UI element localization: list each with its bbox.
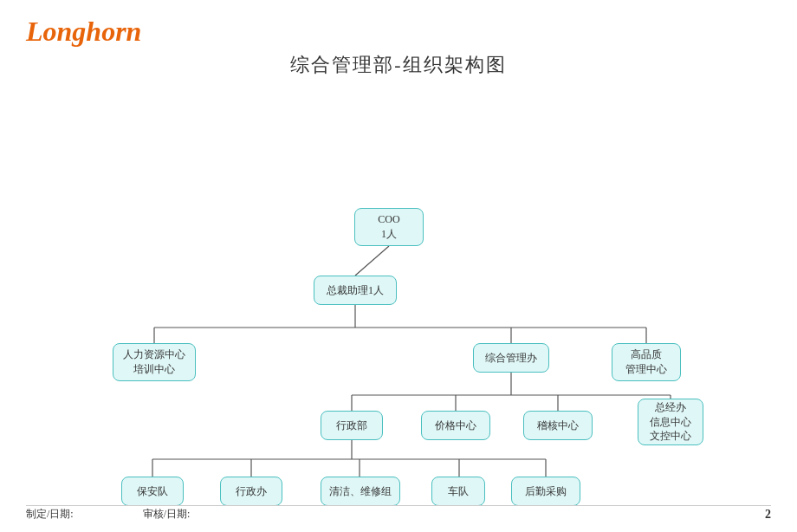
node-security-label: 保安队 — [137, 484, 168, 499]
bottom-divider — [26, 505, 771, 506]
made-label: 制定/日期: — [26, 507, 74, 522]
node-cleaning-label: 清洁、维修组 — [329, 484, 392, 499]
node-coo-label: COO1人 — [378, 212, 399, 242]
svg-line-0 — [355, 246, 389, 276]
node-quality: 高品质管理中心 — [612, 343, 681, 381]
page-title: 综合管理部-组织架构图 — [0, 52, 797, 78]
node-office: 总经办信息中心文控中心 — [638, 399, 703, 445]
footer: 制定/日期: 审核/日期: — [26, 507, 771, 522]
review-label: 审核/日期: — [143, 507, 191, 522]
node-fleet-label: 车队 — [448, 484, 469, 499]
node-assistant: 总裁助理1人 — [314, 276, 397, 305]
node-general-label: 综合管理办 — [485, 351, 537, 366]
page-number: 2 — [765, 508, 771, 522]
node-hr: 人力资源中心培训中心 — [113, 343, 196, 381]
org-chart: COO1人 总裁助理1人 人力资源中心培训中心 综合管理办 高品质管理中心 行政… — [0, 87, 797, 497]
node-admin-label: 行政部 — [336, 418, 367, 433]
node-assistant-label: 总裁助理1人 — [327, 283, 384, 298]
node-price: 价格中心 — [421, 411, 490, 440]
node-price-label: 价格中心 — [435, 418, 476, 433]
node-cleaning: 清洁、维修组 — [321, 477, 400, 506]
node-quality-label: 高品质管理中心 — [625, 347, 667, 377]
node-adminoffice-label: 行政办 — [236, 484, 267, 499]
node-audit-label: 稽核中心 — [537, 418, 579, 433]
node-office-label: 总经办信息中心文控中心 — [650, 400, 691, 444]
node-hr-label: 人力资源中心培训中心 — [123, 347, 185, 377]
node-security: 保安队 — [121, 477, 184, 506]
node-coo: COO1人 — [354, 208, 424, 246]
node-audit: 稽核中心 — [523, 411, 593, 440]
logo: Longhorn — [26, 16, 141, 48]
node-logistics: 后勤采购 — [511, 477, 580, 506]
node-adminoffice: 行政办 — [220, 477, 282, 506]
node-admin: 行政部 — [321, 411, 383, 440]
node-general: 综合管理办 — [473, 343, 549, 373]
node-logistics-label: 后勤采购 — [525, 484, 567, 499]
node-fleet: 车队 — [431, 477, 485, 506]
